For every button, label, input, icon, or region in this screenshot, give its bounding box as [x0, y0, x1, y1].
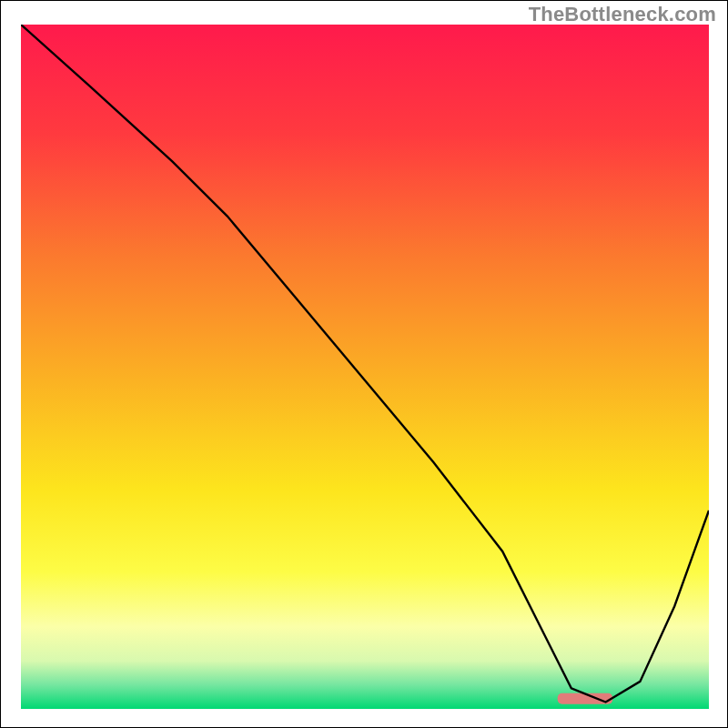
chart-frame: TheBottleneck.com	[0, 0, 728, 728]
gradient-background	[21, 25, 709, 709]
plot-area	[21, 25, 709, 709]
chart-svg	[21, 25, 709, 709]
watermark-text: TheBottleneck.com	[529, 3, 716, 26]
